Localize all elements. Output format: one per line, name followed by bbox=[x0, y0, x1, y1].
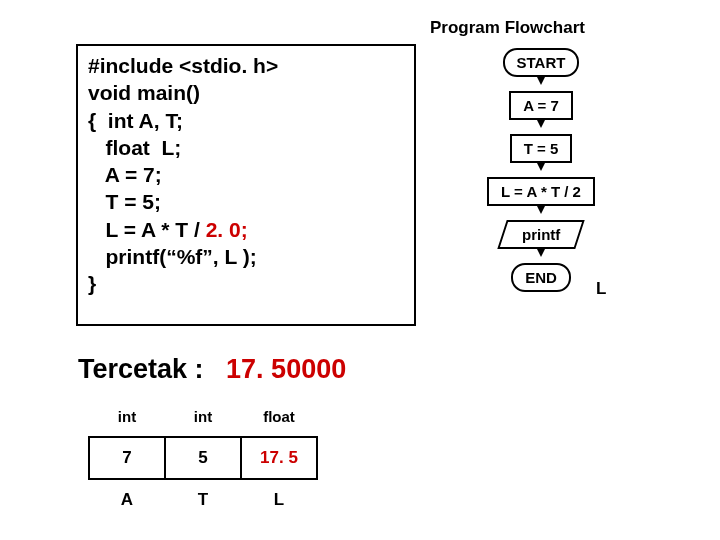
output-value: 17. 50000 bbox=[226, 354, 346, 384]
table-header: int bbox=[89, 396, 165, 437]
code-line: } bbox=[88, 270, 404, 297]
flowchart-end: END bbox=[511, 263, 571, 292]
code-line: T = 5; bbox=[88, 188, 404, 215]
table-cell: 5 bbox=[165, 437, 241, 479]
code-line: void main() bbox=[88, 79, 404, 106]
code-line: { int A, T; bbox=[88, 107, 404, 134]
variable-table: int int float 7 5 17. 5 A T L bbox=[88, 396, 318, 520]
output-line: Tercetak : 17. 50000 bbox=[78, 354, 346, 385]
table-footer: A bbox=[89, 479, 165, 520]
flowchart-step: T = 5 bbox=[510, 134, 573, 163]
code-block: #include <stdio. h> void main() { int A,… bbox=[76, 44, 416, 326]
flowchart-step: A = 7 bbox=[509, 91, 573, 120]
table-footer: L bbox=[241, 479, 317, 520]
code-line: A = 7; bbox=[88, 161, 404, 188]
flowchart-start: START bbox=[503, 48, 580, 77]
code-line: float L; bbox=[88, 134, 404, 161]
flowchart-io-arg: L bbox=[596, 279, 606, 299]
flowchart-step: L = A * T / 2 bbox=[487, 177, 595, 206]
table-footer: T bbox=[165, 479, 241, 520]
code-line: #include <stdio. h> bbox=[88, 52, 404, 79]
table-header: float bbox=[241, 396, 317, 437]
code-line: printf(“%f”, L ); bbox=[88, 243, 404, 270]
flowchart-heading: Program Flowchart bbox=[430, 18, 585, 38]
flowchart-io: printf bbox=[497, 220, 585, 249]
flowchart: START A = 7 T = 5 L = A * T / 2 printf E… bbox=[451, 48, 631, 292]
output-label: Tercetak : bbox=[78, 354, 204, 384]
table-cell: 17. 5 bbox=[241, 437, 317, 479]
table-cell: 7 bbox=[89, 437, 165, 479]
table-header: int bbox=[165, 396, 241, 437]
code-line: L = A * T / 2. 0; bbox=[88, 216, 404, 243]
